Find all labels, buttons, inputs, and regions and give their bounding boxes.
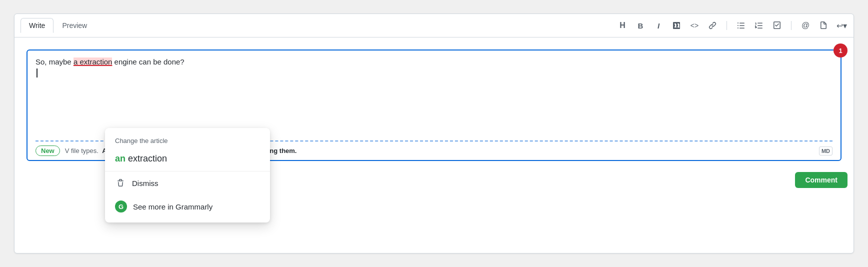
mention-icon[interactable]: @ [800,20,812,32]
separator-2 [791,21,792,30]
bullet-list-icon[interactable] [735,20,747,32]
grammarly-dropdown: Change the article an extraction Dismiss… [105,128,270,222]
heading-icon[interactable]: H [616,20,628,32]
trash-icon [115,178,126,188]
grammarly-item[interactable]: G See more in Grammarly [105,194,270,218]
file-types-text: V file types. [65,147,98,154]
editor-container: Write Preview H B I <> [14,14,854,254]
numbered-list-icon[interactable] [753,20,765,32]
write-area[interactable]: 1 So, maybe a extraction engine can be d… [26,50,842,161]
suggestion-an-text: an [115,154,126,164]
undo-icon[interactable]: ↩▾ [836,20,848,32]
italic-icon[interactable]: I [652,20,664,32]
link-icon[interactable] [706,20,718,32]
quote-icon[interactable] [670,20,682,32]
tabs-area: Write Preview [20,18,96,33]
code-icon[interactable]: <> [688,20,700,32]
highlighted-text: a extraction [74,58,112,66]
dismiss-label: Dismiss [132,179,158,188]
text-cursor [36,68,38,78]
grammarly-label: See more in Grammarly [133,202,212,211]
toolbar: Write Preview H B I <> [14,14,854,38]
grammarly-icon: G [115,200,127,212]
toolbar-icons: H B I <> @ [616,20,848,32]
suggestion-badge: 1 [834,44,848,58]
reference-icon[interactable] [818,20,830,32]
tab-preview[interactable]: Preview [54,18,96,33]
text-content: So, maybe a extraction engine can be don… [28,50,840,140]
markdown-icon: MD [819,146,832,156]
text-before-highlight: So, maybe [36,58,74,66]
new-badge[interactable]: New [36,146,60,156]
dropdown-header: Change the article [105,132,270,148]
dropdown-suggestion-item[interactable]: an extraction [105,148,270,172]
suggestion-rest-text: extraction [126,154,167,164]
task-list-icon[interactable] [771,20,783,32]
bold-icon[interactable]: B [634,20,646,32]
tab-write[interactable]: Write [20,18,54,33]
dismiss-item[interactable]: Dismiss [105,172,270,194]
separator-1 [726,21,727,30]
comment-button[interactable]: Comment [795,172,848,188]
text-after-highlight: engine can be done? [112,58,184,66]
